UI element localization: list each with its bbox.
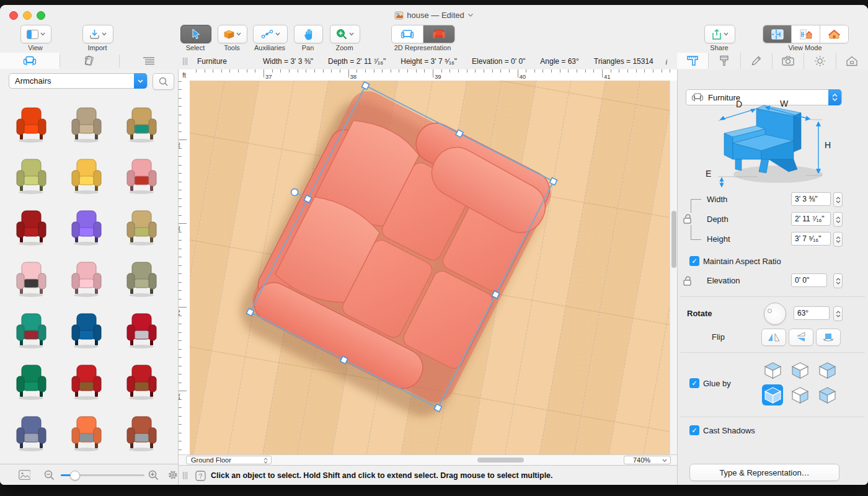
zoom-level-control[interactable]: 740% (624, 456, 671, 464)
library-item-green-cube-chair[interactable] (6, 356, 56, 406)
info-icon[interactable]: i (665, 58, 670, 66)
zoom-out-icon[interactable] (44, 470, 55, 480)
armchair-icon (23, 56, 37, 66)
elevation-field[interactable]: 0' 0" (791, 273, 827, 287)
glue-bottom-button[interactable] (762, 384, 783, 405)
library-item-mission-chair[interactable] (117, 202, 166, 252)
library-item-pink-metal-chair[interactable] (6, 254, 56, 303)
glue-top-button[interactable] (762, 360, 783, 381)
glue-front-button[interactable] (817, 384, 838, 405)
library-item-khaki-chair[interactable] (117, 254, 166, 303)
tab-project-tree[interactable] (119, 53, 179, 69)
view-button[interactable] (20, 25, 51, 43)
tab-light[interactable] (804, 53, 836, 69)
elevation-lock-icon[interactable] (682, 275, 696, 287)
library-item-slate-swivel-chair[interactable] (6, 408, 56, 458)
tools-button[interactable] (218, 25, 247, 43)
flip-rotate-button[interactable] (816, 329, 841, 346)
library-item-crimson-wood-chair[interactable] (117, 356, 166, 406)
flip-horizontal-button[interactable] (761, 329, 786, 346)
library-item-classic-armchair[interactable] (61, 99, 111, 149)
ruler-major-tick (433, 69, 433, 78)
tab-edit[interactable] (741, 53, 773, 69)
glue-back-button[interactable] (817, 360, 838, 381)
rotate-dial[interactable] (764, 303, 786, 325)
view-mode-split-button[interactable] (792, 25, 820, 43)
preview-image-icon[interactable] (19, 470, 30, 480)
view-mode-3d-button[interactable] (820, 25, 848, 43)
zoom-in-icon[interactable] (148, 470, 159, 480)
library-item-teal-tub-chair[interactable] (6, 305, 56, 355)
tab-building[interactable] (836, 53, 868, 69)
tab-camera[interactable] (773, 53, 804, 69)
pan-button[interactable] (294, 25, 323, 43)
drag-handle-icon[interactable] (182, 58, 188, 65)
share-button[interactable] (704, 25, 735, 43)
ruler-major-tick (179, 307, 187, 308)
category-dropdown[interactable]: Armchairs (9, 73, 148, 89)
library-item-wicker-armchair[interactable] (117, 99, 166, 149)
glue-left-button[interactable] (789, 360, 810, 381)
representation-3d-button[interactable] (423, 25, 454, 43)
slider-thumb[interactable] (70, 471, 80, 480)
title-chevron-icon[interactable] (467, 13, 474, 17)
import-button[interactable] (82, 25, 113, 43)
elevation-stepper[interactable] (833, 273, 843, 288)
glue-right-button[interactable] (789, 384, 810, 405)
ruler-minor-tick (280, 69, 281, 73)
library-item-purple-armchair[interactable] (61, 202, 111, 252)
thumbnail-size-slider[interactable] (61, 471, 142, 479)
library-item-red-wood-chair[interactable] (61, 356, 111, 406)
width-stepper[interactable] (833, 192, 843, 207)
maintain-aspect-checkbox[interactable]: ✓ (689, 256, 699, 266)
library-item-orange-swivel-chair[interactable] (61, 408, 111, 458)
tab-materials-library[interactable] (60, 53, 119, 69)
ruler-minor-tick (179, 123, 182, 123)
ruler-minor-tick (247, 69, 247, 73)
help-icon[interactable]: ? (195, 471, 206, 481)
auxiliaries-button[interactable] (253, 25, 288, 43)
representation-2d-button[interactable] (392, 25, 423, 43)
library-item-pink-green-armchair[interactable] (117, 151, 166, 200)
ruler-minor-tick (179, 249, 182, 249)
library-item-egg-chair[interactable] (6, 99, 56, 149)
split-view-icon (800, 29, 812, 40)
cursor-icon (192, 29, 201, 40)
category-dropdown-button[interactable] (134, 73, 147, 89)
rotate-stepper[interactable] (833, 306, 843, 321)
search-button[interactable] (153, 73, 174, 90)
horizontal-scrollbar-thumb[interactable] (477, 458, 524, 463)
library-item-dark-red-club-chair[interactable] (6, 202, 56, 252)
tab-object-properties[interactable] (677, 53, 709, 69)
glue-by-checkbox[interactable]: ✓ (689, 378, 699, 388)
view-mode-2d-button[interactable] (763, 25, 792, 43)
ruler-label: 37 (265, 73, 272, 80)
tab-furniture-library[interactable] (0, 53, 60, 69)
cast-shadows-checkbox[interactable]: ✓ (689, 425, 699, 435)
tab-materials[interactable] (709, 53, 740, 69)
height-stepper[interactable] (833, 232, 843, 247)
size-lock-icon[interactable] (682, 213, 696, 225)
library-item-yellow-recliner[interactable] (61, 151, 111, 200)
height-field[interactable]: 3' 7 ⁵⁄₁₆" (791, 232, 831, 246)
settings-gear-icon[interactable] (167, 469, 178, 480)
width-field[interactable]: 3' 3 ⅜" (791, 192, 831, 206)
library-item-pink-curved-chair[interactable] (61, 254, 111, 303)
select-button[interactable] (180, 25, 211, 43)
depth-stepper[interactable] (833, 212, 843, 227)
library-item-red-chrome-chair[interactable] (117, 305, 166, 355)
ruler-minor-tick (179, 89, 182, 90)
vertical-scrollbar-thumb[interactable] (671, 211, 676, 268)
zoom-button[interactable] (330, 25, 360, 43)
library-item-navy-tub-chair[interactable] (61, 305, 111, 355)
library-item-rust-highback-chair[interactable] (117, 408, 166, 458)
flip-vertical-button[interactable] (789, 329, 813, 346)
rotate-field[interactable]: 63° (794, 306, 830, 320)
ruler-minor-tick (306, 69, 306, 73)
ruler-minor-tick (179, 165, 182, 166)
library-item-olive-armchair[interactable] (6, 151, 56, 200)
depth-field[interactable]: 2' 11 ⁷⁄₁₆" (791, 212, 831, 226)
drag-handle-icon[interactable] (182, 472, 188, 479)
floor-selector[interactable]: Ground Floor (186, 456, 272, 464)
type-representation-button[interactable]: Type & Representation… (689, 464, 839, 481)
